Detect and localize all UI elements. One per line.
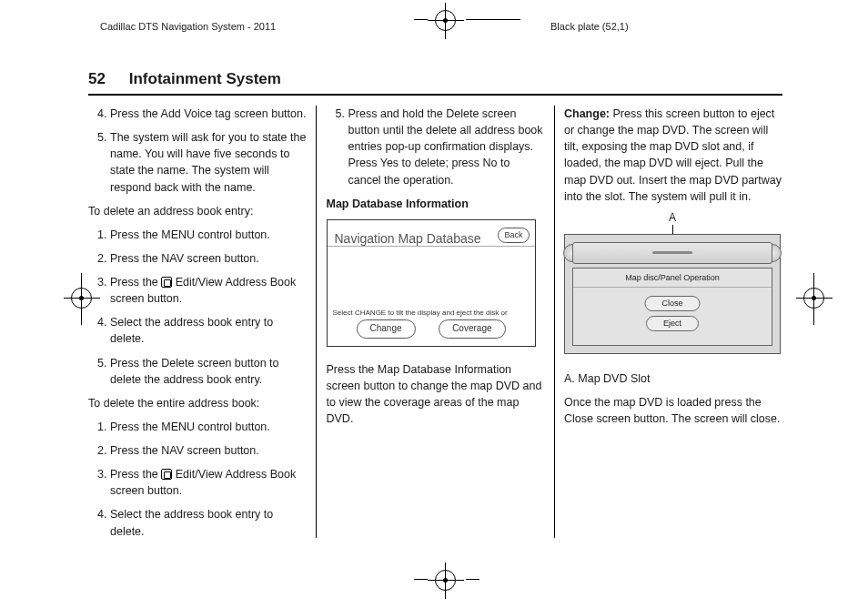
run-in-label: Change: [564, 107, 610, 120]
figure-dvd-slot: A Map disc/Panel Operation Close Eject [564, 212, 781, 358]
column-1: Press the Add Voice tag screen button. T… [88, 106, 307, 547]
crop-tick [81, 316, 82, 325]
text: Press the [110, 276, 161, 289]
body-text: Change: Press this screen button to ejec… [564, 106, 782, 205]
coverage-button[interactable]: Coverage [439, 319, 505, 339]
crop-tick [414, 579, 428, 580]
text: Press the [110, 468, 161, 481]
section-title: Infotainment System [129, 70, 281, 87]
divider [328, 246, 535, 247]
list-item: The system will ask for you to state the… [110, 129, 307, 196]
figure-nav-map-database: Navigation Map Database Back Select CHAN… [327, 219, 536, 347]
crop-tick [813, 273, 814, 282]
list-item: Press the NAV screen button. [110, 250, 307, 267]
list-item: Press the Add Voice tag screen button. [110, 106, 307, 122]
list-item: Select the address book entry to delete. [110, 314, 307, 347]
black-plate-label: Black plate (52,1) [550, 20, 629, 34]
body-text: Once the map DVD is loaded press the Clo… [564, 394, 782, 427]
list-item: Press the Delete screen button to delete… [110, 355, 307, 388]
list-item: Select the address book entry to delete. [110, 506, 307, 539]
column-3: Change: Press this screen button to ejec… [564, 106, 782, 547]
steps-list: Press the Add Voice tag screen button. T… [88, 106, 307, 196]
crop-tick [81, 273, 82, 282]
list-item: Press the MENU control button. [110, 419, 307, 435]
registration-mark-icon [428, 3, 464, 39]
registration-mark-icon [428, 562, 464, 599]
close-button[interactable]: Close [644, 296, 700, 311]
screen-panel: Map disc/Panel Operation Close Eject [572, 268, 772, 346]
body-text: Press the Map Database Information scree… [327, 361, 545, 428]
subheading: Map Database Information [327, 196, 545, 212]
column-divider [316, 106, 317, 538]
callout-label: A [669, 210, 676, 226]
registration-mark-icon [796, 280, 833, 317]
column-divider [554, 106, 555, 538]
dvd-slot [572, 242, 772, 264]
body-text: To delete an address book entry: [88, 203, 307, 219]
steps-list: Press the MENU control button. Press the… [88, 227, 307, 388]
section-header: 52 Infotainment System [88, 69, 782, 96]
list-item: Press the Edit/View Address Book screen … [110, 274, 307, 307]
column-2: Press and hold the Delete screen button … [327, 106, 545, 547]
body-columns: Press the Add Voice tag screen button. T… [88, 106, 782, 547]
doc-title: Cadillac DTS Navigation System - 2011 [100, 20, 276, 34]
crop-tick [466, 579, 479, 580]
crop-tick [414, 19, 428, 20]
list-item: Press and hold the Delete screen button … [348, 106, 545, 188]
list-item: Press the NAV screen button. [110, 442, 307, 459]
list-item: Press the Edit/View Address Book screen … [110, 466, 307, 499]
page-number: 52 [88, 69, 125, 90]
device-illustration: Map disc/Panel Operation Close Eject [564, 234, 781, 354]
page: Cadillac DTS Navigation System - 2011 Bl… [0, 0, 868, 608]
divider [573, 287, 772, 288]
panel-title: Map disc/Panel Operation [573, 272, 772, 284]
address-book-icon [161, 277, 172, 288]
figure-legend: A. Map DVD Slot [564, 370, 782, 387]
crop-tick [466, 19, 520, 20]
back-button[interactable]: Back [498, 228, 529, 243]
list-item: Press the MENU control button. [110, 227, 307, 243]
text: Press this screen button to eject or cha… [564, 107, 782, 203]
change-button[interactable]: Change [357, 319, 416, 339]
address-book-icon [161, 469, 172, 480]
figure-caption: Select CHANGE to tilt the display and ej… [333, 308, 508, 319]
eject-button[interactable]: Eject [646, 316, 699, 331]
steps-list: Press the MENU control button. Press the… [88, 419, 307, 540]
steps-list: Press and hold the Delete screen button … [327, 106, 545, 188]
crop-tick [813, 316, 814, 325]
body-text: To delete the entire address book: [88, 395, 307, 411]
